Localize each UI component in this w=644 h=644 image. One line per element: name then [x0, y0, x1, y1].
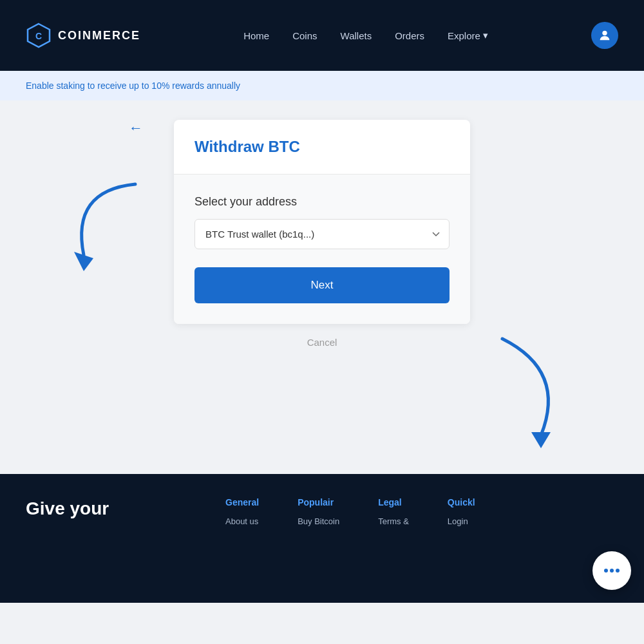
- svg-point-2: [602, 31, 607, 35]
- chat-dot-1: [604, 569, 608, 573]
- svg-text:C: C: [35, 31, 42, 41]
- main-content: ← Withdraw BTC Select your address BTC T…: [0, 100, 644, 474]
- footer-about-us[interactable]: About us: [225, 516, 259, 526]
- logo[interactable]: C COINMERCE: [26, 23, 140, 48]
- card-title: Withdraw BTC: [194, 138, 450, 156]
- nav-explore[interactable]: Explore ▾: [448, 30, 488, 41]
- footer-col-quicklinks: Quickl Login: [448, 497, 475, 583]
- withdraw-card: Withdraw BTC Select your address BTC Tru…: [174, 120, 470, 324]
- nav-links: Home Coins Wallets Orders Explore ▾: [243, 30, 488, 41]
- footer-populair-title: Populair: [298, 497, 339, 507]
- footer-col-general: General About us: [225, 497, 259, 583]
- select-address-label: Select your address: [194, 195, 450, 209]
- user-avatar[interactable]: [591, 22, 618, 49]
- card-header: Withdraw BTC: [174, 120, 470, 175]
- nav-orders[interactable]: Orders: [395, 30, 424, 41]
- banner-text: Enable staking to receive up to 10% rewa…: [26, 80, 240, 91]
- left-arrow-decoration: [45, 178, 161, 294]
- logo-text: COINMERCE: [58, 29, 140, 43]
- cancel-link[interactable]: Cancel: [307, 337, 337, 348]
- nav-home[interactable]: Home: [243, 30, 269, 41]
- footer-columns: General About us Populair Buy Bitcoin Le…: [225, 497, 475, 583]
- footer: Give your General About us Populair Buy …: [0, 474, 644, 603]
- staking-banner[interactable]: Enable staking to receive up to 10% rewa…: [0, 71, 644, 100]
- footer-general-title: General: [225, 497, 259, 507]
- footer-tagline: Give your: [26, 497, 206, 583]
- footer-col-populair: Populair Buy Bitcoin: [298, 497, 339, 583]
- back-button[interactable]: ←: [129, 120, 143, 137]
- navbar: C COINMERCE Home Coins Wallets Orders Ex…: [0, 0, 644, 71]
- next-button[interactable]: Next: [194, 267, 450, 303]
- svg-marker-4: [531, 432, 551, 448]
- chat-icon: [604, 569, 620, 573]
- footer-col-legal: Legal Terms &: [378, 497, 409, 583]
- footer-buy-bitcoin[interactable]: Buy Bitcoin: [298, 516, 339, 526]
- chat-dot-3: [616, 569, 620, 573]
- right-arrow-decoration: [477, 332, 592, 461]
- chevron-down-icon: ▾: [483, 30, 488, 41]
- nav-coins[interactable]: Coins: [292, 30, 317, 41]
- footer-legal-title: Legal: [378, 497, 409, 507]
- footer-quicklinks-title: Quickl: [448, 497, 475, 507]
- footer-login[interactable]: Login: [448, 516, 475, 526]
- footer-terms[interactable]: Terms &: [378, 516, 409, 526]
- chat-widget[interactable]: [592, 551, 631, 590]
- card-body: Select your address BTC Trust wallet (bc…: [174, 175, 470, 324]
- coinmerce-logo-icon: C: [26, 23, 52, 48]
- user-icon: [598, 28, 612, 43]
- address-select[interactable]: BTC Trust wallet (bc1q...): [194, 219, 450, 249]
- svg-marker-3: [74, 252, 93, 271]
- chat-dot-2: [610, 569, 614, 573]
- nav-wallets[interactable]: Wallets: [341, 30, 372, 41]
- footer-tagline-text: Give your: [26, 497, 206, 520]
